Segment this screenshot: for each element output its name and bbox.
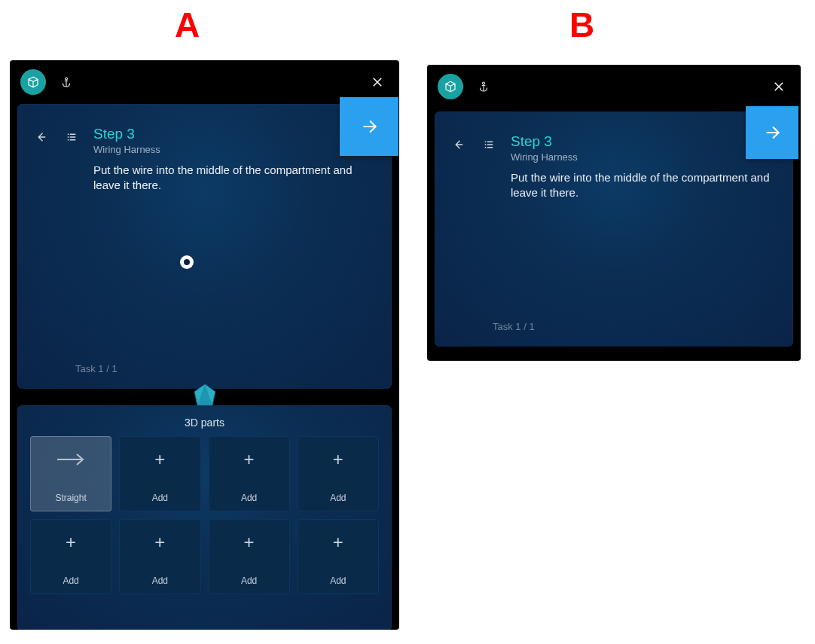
app-mode-button[interactable]	[438, 74, 463, 99]
step-title: Step 3	[511, 133, 777, 150]
part-tile-add[interactable]: + Add	[298, 436, 379, 511]
arrow-right-icon	[359, 117, 379, 136]
close-icon	[371, 75, 384, 89]
cube-icon	[26, 75, 40, 89]
part-tile-add[interactable]: + Add	[298, 519, 379, 594]
step-subtitle: Wiring Harness	[93, 144, 376, 155]
outline-button[interactable]	[481, 136, 497, 153]
outline-icon	[65, 130, 78, 144]
device-b: Step 3 Wiring Harness Put the wire into …	[427, 65, 801, 361]
parts-grid: Straight + Add + Add + Add + Add + Add	[18, 436, 391, 594]
outline-icon	[482, 138, 496, 151]
part-tile-add[interactable]: + Add	[209, 519, 290, 594]
task-counter: Task 1 / 1	[75, 363, 118, 374]
anchor-icon[interactable]	[60, 75, 73, 89]
tile-label: Straight	[55, 493, 86, 503]
window-titlebar	[427, 65, 801, 108]
step-card: Step 3 Wiring Harness Put the wire into …	[17, 104, 392, 389]
back-button[interactable]	[33, 129, 50, 145]
parts-panel-title: 3D parts	[18, 406, 391, 436]
plus-icon: +	[154, 450, 165, 469]
plus-icon: +	[333, 533, 343, 551]
hologram-gem-icon[interactable]	[191, 383, 218, 410]
anchor-icon[interactable]	[477, 80, 490, 93]
plus-icon: +	[154, 533, 165, 551]
next-step-button[interactable]	[746, 106, 798, 159]
gaze-cursor-icon	[180, 255, 194, 269]
part-tile-add[interactable]: + Add	[119, 519, 200, 594]
arrow-left-icon	[35, 130, 48, 144]
plus-icon: +	[244, 533, 255, 551]
outline-button[interactable]	[63, 129, 80, 145]
app-mode-button[interactable]	[20, 69, 46, 95]
step-description: Put the wire into the middle of the comp…	[93, 163, 365, 194]
part-tile-add[interactable]: + Add	[209, 436, 290, 511]
figure-label-b: B	[569, 5, 594, 45]
next-step-button[interactable]	[340, 97, 398, 156]
tile-label: Add	[330, 493, 346, 503]
tile-label: Add	[241, 575, 257, 586]
tile-label: Add	[63, 575, 78, 586]
arrow-right-icon	[762, 123, 782, 142]
step-title: Step 3	[93, 126, 376, 142]
tile-label: Add	[241, 493, 257, 503]
part-tile-straight[interactable]: Straight	[30, 436, 111, 511]
tile-label: Add	[330, 575, 346, 586]
plus-icon: +	[244, 450, 255, 469]
step-card: Step 3 Wiring Harness Put the wire into …	[435, 111, 793, 346]
part-tile-add[interactable]: + Add	[30, 519, 111, 594]
tile-label: Add	[152, 575, 168, 586]
back-button[interactable]	[450, 136, 467, 153]
close-icon	[772, 80, 786, 93]
close-button[interactable]	[768, 75, 790, 98]
figure-label-a: A	[175, 5, 200, 45]
straight-arrow-icon	[31, 437, 111, 482]
part-tile-add[interactable]: + Add	[119, 436, 200, 511]
tile-label: Add	[152, 493, 168, 503]
device-a: Step 3 Wiring Harness Put the wire into …	[10, 60, 399, 630]
cube-icon	[444, 80, 457, 93]
plus-icon: +	[333, 450, 343, 469]
step-description: Put the wire into the middle of the comp…	[511, 170, 777, 201]
step-subtitle: Wiring Harness	[511, 151, 777, 163]
plus-icon: +	[66, 533, 76, 551]
parts-panel: 3D parts Straight + Add + Add + Add +	[17, 405, 392, 630]
task-counter: Task 1 / 1	[493, 321, 535, 332]
arrow-left-icon	[452, 138, 465, 151]
close-button[interactable]	[366, 71, 389, 93]
